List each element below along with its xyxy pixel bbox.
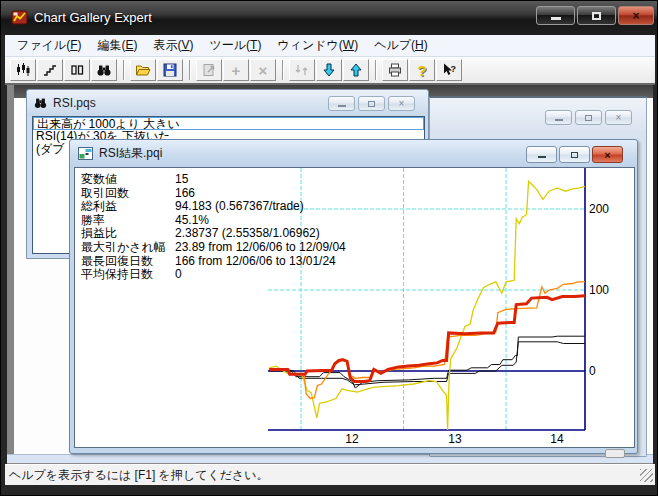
- toolbar-separator: [375, 60, 377, 80]
- minimize-button[interactable]: [545, 110, 572, 125]
- window-title: Chart Gallery Expert: [34, 10, 152, 25]
- help-button[interactable]: ?: [409, 59, 435, 81]
- up-arrow-icon: [348, 62, 364, 78]
- chart-file-icon: [78, 147, 93, 160]
- menu-tools[interactable]: ツール(T): [202, 35, 270, 56]
- delete-x-icon: ×: [259, 63, 268, 78]
- menu-help[interactable]: ヘルプ(H): [366, 35, 436, 56]
- candlestick-chart-icon: [15, 62, 31, 78]
- help-icon: ?: [417, 63, 426, 78]
- printer-icon: [387, 62, 403, 78]
- menu-edit[interactable]: 編集(E): [89, 35, 145, 56]
- move-down-button[interactable]: [316, 59, 342, 81]
- binoculars-icon: [96, 62, 112, 78]
- close-icon: ×: [616, 112, 622, 123]
- minimize-button[interactable]: [526, 146, 557, 163]
- toolbar-separator: [123, 60, 125, 80]
- maximize-button[interactable]: [358, 96, 385, 111]
- y-axis-tick: 0: [589, 364, 631, 378]
- main-titlebar[interactable]: Chart Gallery Expert ×: [1, 1, 658, 35]
- toolbar: + × ?: [5, 57, 655, 85]
- minimize-icon: [555, 119, 563, 121]
- stats-block: 変数値15 取引回数166 総利益94.183 (0.567367/trade)…: [81, 173, 346, 282]
- stat-row: 変数値15: [81, 173, 346, 187]
- binoculars-icon: [33, 96, 48, 110]
- open-folder-icon: [135, 62, 151, 78]
- menu-window[interactable]: ウィンドウ(W): [269, 35, 366, 56]
- maximize-button[interactable]: [575, 110, 602, 125]
- mdi-workspace: × RSI.pqs × 出来高が 1000より 大きい RSI(14)が 30を: [7, 85, 653, 464]
- column-chart-icon: [69, 62, 85, 78]
- maximize-icon: [585, 115, 592, 121]
- column-chart-button[interactable]: [64, 59, 90, 81]
- recalculate-icon: [294, 62, 310, 78]
- toolbar-separator: [282, 60, 284, 80]
- menu-file[interactable]: ファイル(F): [9, 35, 89, 56]
- add-button[interactable]: +: [223, 59, 249, 81]
- properties-button[interactable]: [196, 59, 222, 81]
- floppy-disk-icon: [162, 62, 178, 78]
- minimize-icon: [338, 105, 346, 107]
- maximize-button[interactable]: [577, 6, 616, 25]
- workspace-left-shadow: [7, 85, 14, 464]
- move-up-button[interactable]: [343, 59, 369, 81]
- y-axis-tick: 100: [589, 283, 631, 297]
- close-icon: ×: [399, 98, 405, 109]
- list-item[interactable]: 出来高が 1000より 大きい: [33, 117, 424, 130]
- open-button[interactable]: [130, 59, 156, 81]
- minimize-icon: [538, 156, 546, 158]
- minimize-button[interactable]: [328, 96, 355, 111]
- plus-icon: +: [232, 63, 241, 78]
- application-window: Chart Gallery Expert × ファイル(F) 編集(E) 表示(…: [0, 0, 658, 496]
- context-help-icon: ?: [441, 62, 457, 78]
- step-chart-icon: [42, 62, 58, 78]
- stat-row: 最大引かされ幅23.89 from 12/06/06 to 12/09/04: [81, 241, 346, 255]
- app-icon: [11, 9, 28, 26]
- find-button[interactable]: [91, 59, 117, 81]
- close-button[interactable]: ×: [605, 110, 632, 125]
- x-axis-tick: 12: [340, 432, 364, 446]
- delete-button[interactable]: ×: [250, 59, 276, 81]
- maximize-icon: [571, 152, 578, 158]
- x-axis-tick: 14: [545, 432, 569, 446]
- maximize-icon: [368, 101, 375, 107]
- finder-window-title: RSI.pqs: [53, 96, 96, 110]
- close-button[interactable]: ×: [592, 146, 623, 163]
- result-window-title: RSI結果.pqi: [99, 145, 162, 162]
- stat-row: 平均保持日数0: [81, 268, 346, 282]
- stat-row: 総利益94.183 (0.567367/trade): [81, 200, 346, 214]
- menubar: ファイル(F) 編集(E) 表示(V) ツール(T) ウィンドウ(W) ヘルプ(…: [5, 35, 655, 57]
- stat-row: 損益比2.38737 (2.55358/1.06962): [81, 227, 346, 241]
- svg-text:?: ?: [451, 64, 457, 74]
- step-chart-button[interactable]: [37, 59, 63, 81]
- stat-row: 取引回数166: [81, 187, 346, 201]
- candlestick-chart-button[interactable]: [10, 59, 36, 81]
- stat-row: 勝率45.1%: [81, 214, 346, 228]
- print-button[interactable]: [382, 59, 408, 81]
- minimize-button[interactable]: [536, 6, 575, 25]
- context-help-button[interactable]: ?: [436, 59, 462, 81]
- recalculate-button[interactable]: [289, 59, 315, 81]
- result-window[interactable]: RSI結果.pqi × 変数値15 取引回数166 総利益94.183 (0.5…: [69, 139, 638, 454]
- close-icon: ×: [604, 149, 610, 161]
- x-axis-tick: 13: [443, 432, 467, 446]
- maximize-button[interactable]: [559, 146, 590, 163]
- scrollbar-thumb-fragment[interactable]: [605, 449, 625, 458]
- result-client-area: 変数値15 取引回数166 総利益94.183 (0.567367/trade)…: [74, 167, 635, 448]
- resize-grip-icon[interactable]: [640, 469, 653, 482]
- status-text: ヘルプを表示するには [F1] を押してください。: [9, 467, 269, 484]
- close-icon: ×: [632, 9, 639, 23]
- stat-row: 最長回復日数166 from 12/06/06 to 13/01/24: [81, 255, 346, 269]
- y-axis-tick: 200: [589, 202, 631, 216]
- close-button[interactable]: ×: [388, 96, 415, 111]
- toolbar-separator: [189, 60, 191, 80]
- save-button[interactable]: [157, 59, 183, 81]
- properties-icon: [201, 62, 217, 78]
- down-arrow-icon: [321, 62, 337, 78]
- close-button[interactable]: ×: [618, 6, 654, 25]
- maximize-icon: [592, 12, 601, 20]
- statusbar: ヘルプを表示するには [F1] を押してください。: [5, 464, 655, 485]
- minimize-icon: [551, 17, 561, 20]
- menu-view[interactable]: 表示(V): [145, 35, 201, 56]
